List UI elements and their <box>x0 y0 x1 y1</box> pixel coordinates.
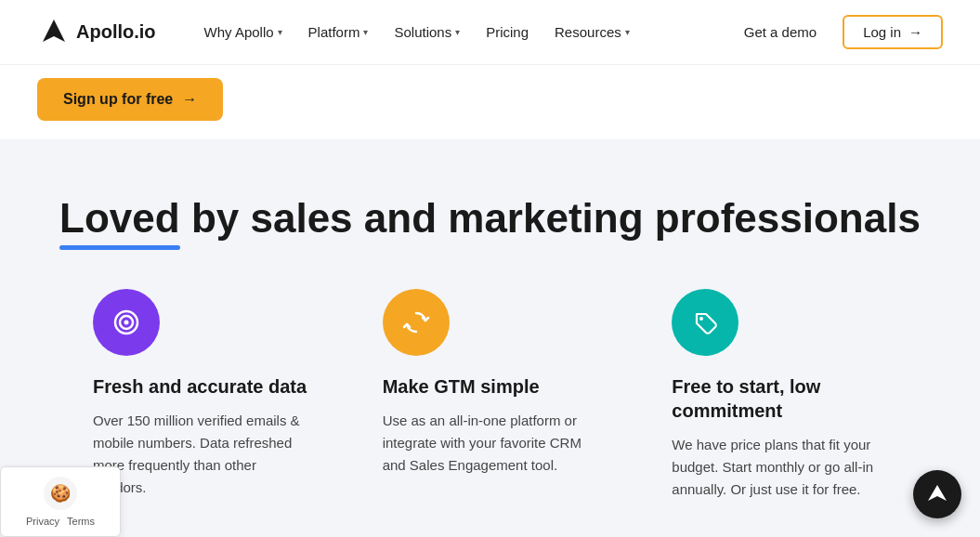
svg-point-2 <box>124 320 129 324</box>
feature-desc-data: Over 150 million verified emails & mobil… <box>93 410 308 499</box>
nav-right: Get a demo Log in → <box>733 15 943 49</box>
floating-chat-button[interactable] <box>913 470 961 518</box>
nav-item-resources[interactable]: Resources ▾ <box>543 17 641 47</box>
target-icon <box>93 289 160 356</box>
nav-links: Why Apollo ▾ Platform ▾ Solutions ▾ Pric… <box>193 17 733 47</box>
signup-area: Sign up for free → <box>0 65 980 139</box>
cookie-links: Privacy Terms <box>26 516 95 527</box>
feature-title-data: Fresh and accurate data <box>93 374 308 399</box>
signup-button[interactable]: Sign up for free → <box>37 78 223 121</box>
arrow-right-icon: → <box>182 91 197 108</box>
nav-item-solutions[interactable]: Solutions ▾ <box>383 17 471 47</box>
svg-point-3 <box>699 317 703 321</box>
chevron-down-icon: ▾ <box>278 27 282 37</box>
chevron-down-icon: ▾ <box>363 27 368 37</box>
tag-icon <box>672 289 738 356</box>
feature-desc-free: We have price plans that fit your budget… <box>672 434 887 501</box>
hero-section: Loved by sales and marketing professiona… <box>0 139 980 537</box>
cookie-banner: 🍪 Privacy Terms <box>0 466 121 537</box>
logo[interactable]: Apollo.io <box>37 16 156 49</box>
sync-icon <box>383 289 450 356</box>
feature-title-gtm: Make GTM simple <box>383 374 598 399</box>
arrow-right-icon: → <box>908 24 922 40</box>
get-demo-button[interactable]: Get a demo <box>733 17 828 47</box>
features-grid: Fresh and accurate data Over 150 million… <box>37 289 943 501</box>
cookie-icon: 🍪 <box>44 477 77 510</box>
feature-desc-gtm: Use as an all-in-one platform or integra… <box>383 410 598 477</box>
nav-item-platform[interactable]: Platform ▾ <box>297 17 380 47</box>
terms-link[interactable]: Terms <box>67 516 95 527</box>
feature-card-free: Free to start, low commitment We have pr… <box>634 289 924 501</box>
nav-item-pricing[interactable]: Pricing <box>475 17 540 47</box>
privacy-link[interactable]: Privacy <box>26 516 59 527</box>
feature-title-free: Free to start, low commitment <box>672 374 887 423</box>
chevron-down-icon: ▾ <box>625 27 630 37</box>
hero-title-loved: Loved <box>59 195 180 242</box>
nav-item-why-apollo[interactable]: Why Apollo ▾ <box>193 17 294 47</box>
login-button[interactable]: Log in → <box>843 15 943 49</box>
chevron-down-icon: ▾ <box>455 27 460 37</box>
feature-card-gtm: Make GTM simple Use as an all-in-one pla… <box>346 289 635 501</box>
logo-text: Apollo.io <box>76 21 156 43</box>
navbar: Apollo.io Why Apollo ▾ Platform ▾ Soluti… <box>0 0 980 65</box>
hero-title: Loved by sales and marketing professiona… <box>37 195 943 242</box>
